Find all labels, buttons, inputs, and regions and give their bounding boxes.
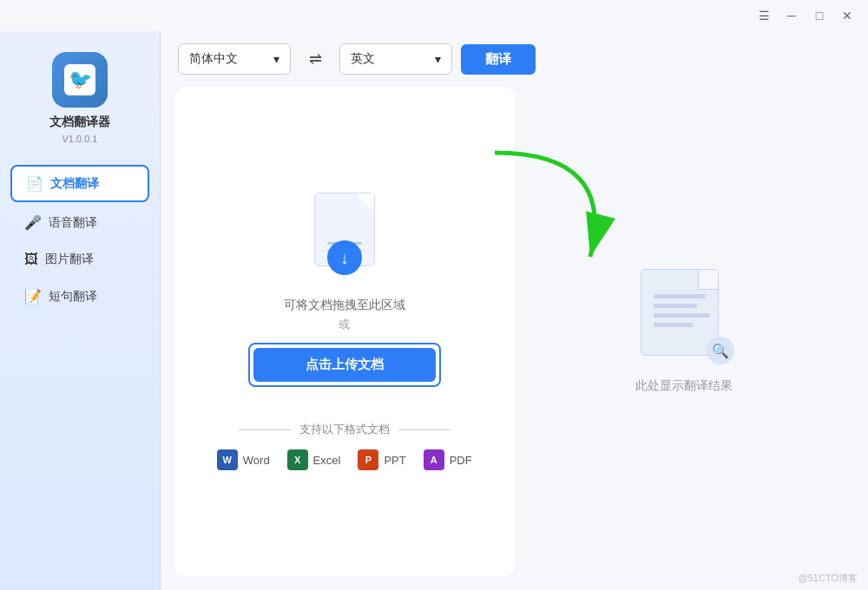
- swap-icon: ⇌: [309, 49, 322, 69]
- content-area: ↓ 可将文档拖拽至此区域 或 点击上传文档 支持以下格式文档 W: [161, 87, 868, 590]
- logo-icon: 🐦: [69, 69, 92, 91]
- swap-button[interactable]: ⇌: [299, 43, 331, 75]
- translate-button[interactable]: 翻译: [461, 44, 536, 75]
- result-doc-lines: [641, 270, 718, 334]
- format-title-row: 支持以下格式文档: [239, 422, 450, 437]
- upload-panel: ↓ 可将文档拖拽至此区域 或 点击上传文档 支持以下格式文档 W: [174, 87, 515, 576]
- sidebar-item-doc-label: 文档翻译: [50, 176, 99, 192]
- sentence-translate-icon: 📝: [24, 288, 42, 305]
- sidebar-item-image-translate[interactable]: 🖼 图片翻译: [10, 243, 149, 276]
- sidebar-item-voice-translate[interactable]: 🎤 语音翻译: [10, 206, 149, 239]
- target-lang-label: 英文: [351, 51, 375, 67]
- result-line-4: [654, 323, 693, 327]
- app-logo: 🐦: [52, 52, 108, 108]
- download-badge-icon: ↓: [327, 240, 362, 275]
- excel-label: Excel: [313, 454, 341, 467]
- format-section: 支持以下格式文档 W Word X Excel P: [217, 422, 472, 470]
- sidebar-item-sentence-translate[interactable]: 📝 短句翻译: [10, 279, 149, 313]
- word-label: Word: [243, 454, 270, 467]
- doc-translate-icon: 📄: [26, 175, 43, 192]
- sidebar-item-image-label: 图片翻译: [45, 252, 94, 267]
- menu-button[interactable]: ☰: [750, 2, 778, 30]
- result-search-icon: 🔍: [707, 337, 734, 364]
- sidebar-item-doc-translate[interactable]: 📄 文档翻译: [10, 165, 149, 202]
- sidebar-menu: 📄 文档翻译 🎤 语音翻译 🖼 图片翻译 📝 短句翻译: [0, 165, 160, 313]
- result-line-3: [654, 313, 710, 318]
- image-translate-icon: 🖼: [24, 252, 38, 267]
- excel-icon: X: [287, 449, 308, 470]
- close-button[interactable]: ✕: [833, 2, 861, 30]
- target-lang-select[interactable]: 英文 ▾: [339, 43, 452, 75]
- or-text: 或: [339, 317, 350, 332]
- toolbar: 简体中文 ▾ ⇌ 英文 ▾ 翻译: [161, 31, 868, 87]
- format-line-left: [239, 429, 291, 430]
- result-placeholder-text: 此处显示翻译结果: [635, 378, 733, 394]
- pdf-icon: A: [424, 449, 444, 470]
- drop-icon-wrapper: ↓: [314, 193, 375, 266]
- format-line-right: [398, 429, 450, 430]
- source-lang-chevron-icon: ▾: [273, 52, 279, 66]
- watermark: @51CTO博客: [799, 572, 858, 585]
- result-line-2: [654, 304, 697, 308]
- format-word: W Word: [217, 449, 270, 470]
- app-name: 文档翻译器: [49, 115, 110, 130]
- source-lang-select[interactable]: 简体中文 ▾: [178, 43, 291, 75]
- upload-button[interactable]: 点击上传文档: [253, 348, 436, 382]
- result-line-1: [654, 294, 706, 298]
- upload-btn-wrapper: 点击上传文档: [248, 343, 441, 387]
- maximize-button[interactable]: □: [806, 2, 833, 30]
- minimize-button[interactable]: ─: [778, 2, 806, 30]
- ppt-label: PPT: [384, 454, 405, 467]
- sidebar-item-sentence-label: 短句翻译: [49, 289, 97, 305]
- title-bar: ☰ ─ □ ✕: [0, 0, 868, 31]
- result-doc-icon: [641, 269, 719, 356]
- format-icons: W Word X Excel P PPT A P: [217, 449, 472, 470]
- format-ppt: P PPT: [358, 449, 405, 470]
- sidebar-item-voice-label: 语音翻译: [49, 215, 97, 231]
- voice-translate-icon: 🎤: [24, 214, 42, 231]
- pdf-label: PDF: [450, 454, 472, 467]
- ppt-icon: P: [358, 449, 378, 470]
- app-version: V1.0.0.1: [62, 134, 98, 144]
- word-icon: W: [217, 449, 238, 470]
- format-title: 支持以下格式文档: [299, 422, 390, 437]
- target-lang-chevron-icon: ▾: [435, 52, 441, 66]
- sidebar: 🐦 文档翻译器 V1.0.0.1 📄 文档翻译 🎤 语音翻译 🖼 图片翻译 📝 …: [0, 31, 161, 590]
- format-pdf: A PDF: [424, 449, 472, 470]
- source-lang-label: 简体中文: [189, 51, 238, 67]
- result-panel: 🔍 此处显示翻译结果: [515, 87, 855, 576]
- main-content: 简体中文 ▾ ⇌ 英文 ▾ 翻译: [161, 31, 868, 590]
- app-container: 🐦 文档翻译器 V1.0.0.1 📄 文档翻译 🎤 语音翻译 🖼 图片翻译 📝 …: [0, 31, 868, 590]
- format-excel: X Excel: [287, 449, 341, 470]
- result-placeholder-icon: 🔍: [641, 269, 727, 364]
- drop-text: 可将文档拖拽至此区域: [284, 298, 405, 313]
